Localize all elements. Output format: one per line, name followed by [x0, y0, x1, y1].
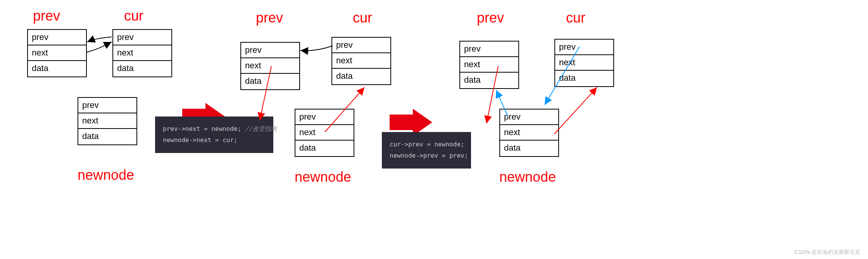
node-field: data [332, 69, 390, 84]
node-field: next [78, 113, 136, 129]
node-prev-3: prev next data [459, 41, 519, 89]
node-field: next [332, 53, 390, 69]
label-newnode-2: newnode [295, 169, 351, 185]
node-newnode-1: prev next data [78, 97, 137, 145]
node-cur-3: prev next data [554, 39, 614, 87]
arrow-cur-prev-to-prev-1 [87, 37, 112, 42]
node-field: data [555, 71, 613, 86]
node-field: data [78, 129, 136, 144]
node-field: next [113, 45, 171, 61]
node-cur-2: prev next data [331, 37, 391, 85]
code-line: newnode->next = cur; [163, 136, 238, 144]
label-newnode-3: newnode [499, 169, 556, 185]
code-block-2: cur->prev = newnode; newnode->prev = pre… [382, 132, 471, 169]
node-field: prev [500, 110, 558, 125]
label-cur-3: cur [566, 10, 585, 26]
node-field: next [460, 57, 518, 73]
arrow-prev-next-to-cur-1 [86, 42, 112, 52]
node-field: prev [241, 43, 299, 58]
node-field: next [241, 58, 299, 74]
node-field: next [555, 55, 613, 71]
code-line: cur->prev = newnode; [390, 141, 464, 148]
label-prev-1: prev [33, 8, 60, 24]
code-comment: //改变指向 [245, 125, 277, 132]
node-field: data [28, 61, 86, 76]
node-cur-1: prev next data [112, 29, 172, 77]
node-newnode-2: prev next data [295, 109, 354, 157]
node-field: data [460, 73, 518, 88]
node-field: next [500, 125, 558, 141]
label-cur-2: cur [353, 10, 372, 26]
label-prev-3: prev [477, 10, 504, 26]
arrow-newnode-next-to-cur-3 [554, 87, 597, 134]
node-field: prev [332, 38, 390, 53]
node-field: data [500, 141, 558, 156]
node-field: prev [78, 98, 136, 113]
node-field: data [295, 141, 354, 156]
node-field: data [241, 74, 299, 89]
label-newnode-1: newnode [78, 167, 134, 183]
node-prev-1: prev next data [27, 29, 87, 77]
code-block-1: prev->next = newnode; //改变指向 newnode->ne… [155, 116, 273, 153]
node-field: prev [555, 40, 613, 55]
node-field: data [113, 61, 171, 76]
node-field: prev [460, 42, 518, 57]
node-field: next [28, 45, 86, 61]
node-field: next [295, 125, 354, 141]
code-line: newnode->prev = prev; [390, 152, 468, 159]
node-newnode-3: prev next data [499, 109, 559, 157]
node-field: prev [113, 30, 171, 45]
label-prev-2: prev [256, 10, 283, 26]
node-prev-2: prev next data [240, 42, 300, 90]
label-cur-1: cur [124, 8, 143, 24]
arrow-cur-prev-to-prev-2 [300, 46, 333, 51]
node-field: prev [295, 110, 354, 125]
watermark: CSDN @东洛的克莱斯韦克 [794, 249, 860, 256]
node-field: prev [28, 30, 86, 45]
code-line: prev->next = newnode; [163, 125, 245, 132]
